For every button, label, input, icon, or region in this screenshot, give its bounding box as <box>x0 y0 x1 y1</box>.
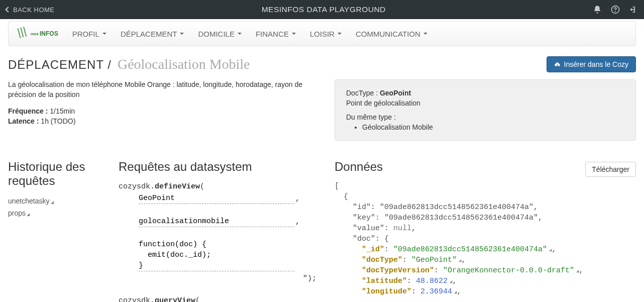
help-icon[interactable] <box>611 5 620 14</box>
close-paren: "); <box>119 273 319 285</box>
doctype-input[interactable] <box>139 193 294 204</box>
content: DÉPLACEMENT / Géolocalisation Mobile Ins… <box>0 46 644 302</box>
caret-icon <box>102 33 106 35</box>
requests-header: Requêtes au datasystem <box>119 160 319 174</box>
latency-line: Latence : 1h (TODO) <box>8 117 319 125</box>
doctype-line: DocType : GeoPoint <box>346 89 624 97</box>
logo-icon <box>17 27 30 40</box>
nav-profil[interactable]: PROFIL <box>72 30 106 38</box>
breadcrumb-row: DÉPLACEMENT / Géolocalisation Mobile Ins… <box>8 56 636 72</box>
description-text: La géolocalisation de mon téléphone Mobi… <box>8 79 319 100</box>
caret-icon <box>338 33 342 35</box>
insert-cozy-label: Insérer dans le Cozy <box>564 60 628 68</box>
app-title: MESINFOS DATA PLAYGROUND <box>55 5 593 14</box>
caret-icon <box>423 33 427 35</box>
same-type-label: Du même type : <box>346 113 624 121</box>
frequency-line: Fréquence : 1/15min <box>8 107 319 115</box>
caret-icon <box>180 33 184 35</box>
chevron-left-icon <box>5 7 11 12</box>
resize-icon[interactable]: ◢ <box>459 258 461 263</box>
code-block: cozysdk.defineView( , , function(doc) { … <box>119 181 319 302</box>
resize-icon[interactable]: ◢ <box>549 248 552 253</box>
nav-bar: mesINFOS PROFIL DÉPLACEMENT DOMICILE FIN… <box>8 21 636 46</box>
same-type-item[interactable]: Géolocalisation Mobile <box>362 123 624 131</box>
top-icons <box>593 5 638 14</box>
history-item[interactable]: unetchetasky <box>8 195 103 207</box>
history-item[interactable]: props <box>8 207 103 219</box>
bell-icon[interactable] <box>593 5 602 14</box>
json-viewer: [ { "id": "09ade862813dcc5148562361e4004… <box>335 181 636 297</box>
breadcrumb-page: Géolocalisation Mobile <box>118 56 250 72</box>
logo-text: INFOS <box>40 30 58 37</box>
nav-domicile[interactable]: DOMICILE <box>198 30 242 38</box>
caret-icon <box>292 33 296 35</box>
cloud-down-icon <box>554 61 561 68</box>
insert-cozy-button[interactable]: Insérer dans le Cozy <box>547 56 636 72</box>
logout-icon[interactable] <box>629 5 638 14</box>
nav-finance[interactable]: FINANCE <box>256 30 296 38</box>
doctype-well: DocType : GeoPoint Point de géolocalisat… <box>335 79 636 141</box>
doctype-desc: Point de géolocalisation <box>346 99 624 107</box>
history-header: Historique des requêtes <box>8 160 103 188</box>
svg-point-1 <box>615 11 616 12</box>
logo[interactable]: mesINFOS <box>17 27 58 40</box>
resize-icon[interactable]: ◢ <box>454 290 457 295</box>
top-bar: BACK HOME MESINFOS DATA PLAYGROUND <box>0 0 644 19</box>
back-home-label: BACK HOME <box>13 6 55 14</box>
function-textarea[interactable]: function(doc) { emit(doc._id); } <box>139 239 294 271</box>
resize-icon[interactable]: ◢ <box>576 269 579 274</box>
download-button[interactable]: Télécharger <box>585 162 636 177</box>
nav-communication[interactable]: COMMUNICATION <box>356 30 427 38</box>
back-home-link[interactable]: BACK HOME <box>6 6 55 14</box>
nav-deplacement[interactable]: DÉPLACEMENT <box>121 30 184 38</box>
nav-loisir[interactable]: LOISIR <box>310 30 342 38</box>
breadcrumb: DÉPLACEMENT / Géolocalisation Mobile <box>8 56 250 72</box>
caret-icon <box>238 33 242 35</box>
viewname-input[interactable] <box>139 216 294 227</box>
resize-icon[interactable]: ◢ <box>450 279 452 284</box>
breadcrumb-category: DÉPLACEMENT / <box>8 58 112 72</box>
